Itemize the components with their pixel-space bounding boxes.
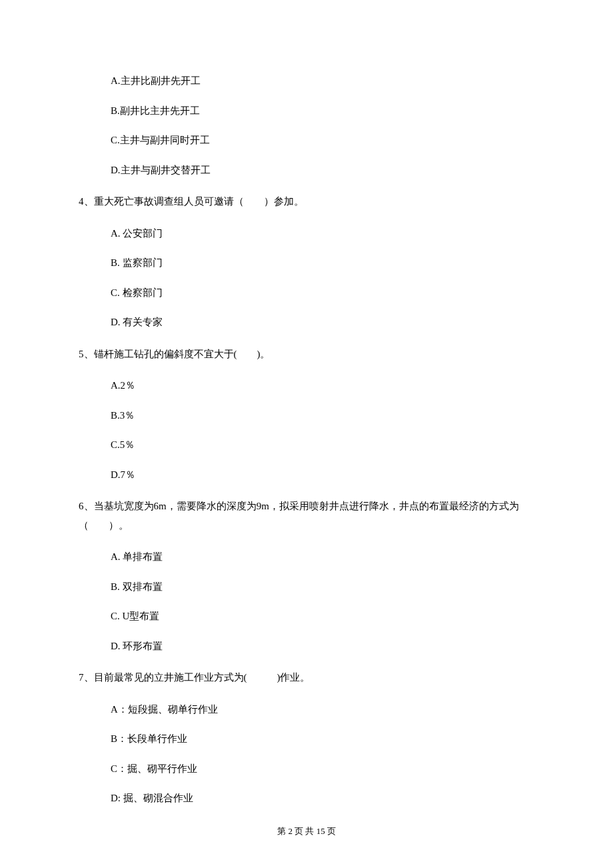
q4-option-d: D. 有关专家 bbox=[79, 315, 534, 330]
q5-option-b: B.3％ bbox=[79, 408, 534, 423]
q3-option-c: C.主井与副井同时开工 bbox=[79, 133, 534, 148]
q7-stem: 7、目前最常见的立井施工作业方式为( )作业。 bbox=[79, 668, 534, 687]
q6-stem: 6、当基坑宽度为6m，需要降水的深度为9m，拟采用喷射井点进行降水，井点的布置最… bbox=[79, 497, 534, 535]
q5-option-c: C.5％ bbox=[79, 437, 534, 453]
q4-option-b: B. 监察部门 bbox=[79, 255, 534, 271]
q7-option-c: C：掘、砌平行作业 bbox=[79, 761, 534, 777]
q7-option-b: B：长段单行作业 bbox=[79, 731, 534, 747]
q7-option-d: D: 掘、砌混合作业 bbox=[79, 791, 534, 806]
page-footer: 第 2 页 共 15 页 bbox=[0, 825, 613, 838]
q4-option-c: C. 检察部门 bbox=[79, 285, 534, 301]
q4-option-a: A. 公安部门 bbox=[79, 226, 534, 241]
q6-option-a: A. 单排布置 bbox=[79, 549, 534, 565]
q3-option-a: A.主井比副井先开工 bbox=[79, 73, 534, 89]
q3-option-d: D.主井与副井交替开工 bbox=[79, 163, 534, 178]
q6-option-b: B. 双排布置 bbox=[79, 579, 534, 595]
q4-stem: 4、重大死亡事故调查组人员可邀请（ ）参加。 bbox=[79, 192, 534, 211]
q3-option-b: B.副井比主井先开工 bbox=[79, 103, 534, 119]
q5-option-a: A.2％ bbox=[79, 378, 534, 393]
q7-option-a: A：短段掘、砌单行作业 bbox=[79, 702, 534, 717]
q5-option-d: D.7％ bbox=[79, 467, 534, 483]
q6-option-d: D. 环形布置 bbox=[79, 639, 534, 654]
q5-stem: 5、锚杆施工钻孔的偏斜度不宜大于( )。 bbox=[79, 345, 534, 364]
q6-option-c: C. U型布置 bbox=[79, 609, 534, 624]
